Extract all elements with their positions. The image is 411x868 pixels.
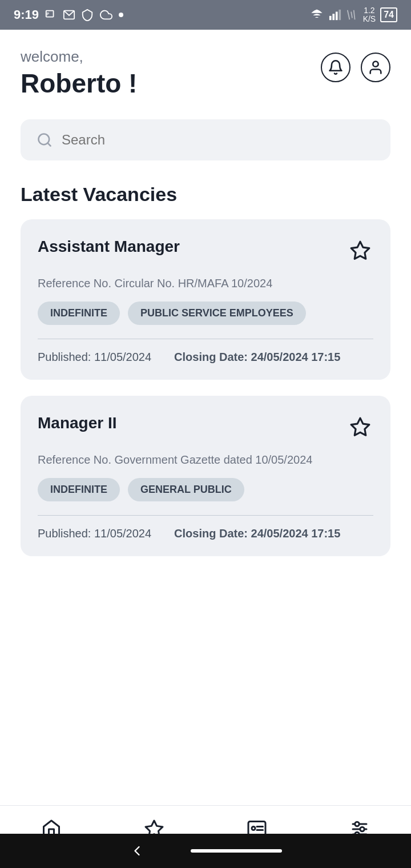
user-name: Roberto ! xyxy=(21,68,137,99)
time-display: 9:19 xyxy=(14,7,39,22)
main-content: welcome, Roberto ! Late xyxy=(0,30,411,641)
status-bar-left: 9:19 P xyxy=(14,7,123,22)
vacancy-reference: Reference No. Government Gazette dated 1… xyxy=(38,453,373,467)
published-date: Published: 11/05/2024 xyxy=(38,351,151,364)
wifi-icon xyxy=(309,9,324,21)
mail-icon xyxy=(63,9,75,21)
vacancy-title: Manager II xyxy=(38,414,347,432)
network-icon xyxy=(346,9,358,21)
vacancy-header: Assistant Manager xyxy=(38,238,373,266)
star-icon xyxy=(349,416,371,438)
dot-icon xyxy=(119,13,123,17)
profile-button[interactable] xyxy=(361,53,390,82)
svg-point-20 xyxy=(355,822,360,826)
svg-point-21 xyxy=(360,827,365,831)
vacancy-header: Manager II xyxy=(38,414,373,442)
svg-marker-11 xyxy=(351,418,369,435)
status-bar-right: 1.2K/S 74 xyxy=(309,6,397,24)
speed-indicator: 1.2K/S xyxy=(363,6,376,24)
svg-text:P: P xyxy=(47,12,50,16)
tag-indefinite: INDEFINITE xyxy=(38,478,120,501)
vacancy-dates: Published: 11/05/2024 Closing Date: 24/0… xyxy=(38,351,373,364)
welcome-text: welcome, xyxy=(21,48,137,66)
tag-employee-type: PUBLIC SERVICE EMPLOYEES xyxy=(128,302,306,325)
svg-rect-6 xyxy=(339,10,341,20)
star-icon xyxy=(349,240,371,262)
closing-date: Closing Date: 24/05/2024 17:15 xyxy=(174,351,340,364)
cloud-icon xyxy=(99,9,113,21)
tag-indefinite: INDEFINITE xyxy=(38,302,120,325)
vacancy-card[interactable]: Manager II Reference No. Government Gaze… xyxy=(21,396,390,556)
header-icons xyxy=(321,48,390,82)
vacancy-tags: INDEFINITE PUBLIC SERVICE EMPLOYEES xyxy=(38,302,373,325)
search-icon xyxy=(37,132,53,148)
search-container[interactable] xyxy=(21,119,390,160)
battery-indicator: 74 xyxy=(380,7,397,22)
svg-line-9 xyxy=(47,143,50,146)
bookmark-button[interactable] xyxy=(347,414,373,442)
signal-icon xyxy=(329,9,341,21)
svg-rect-4 xyxy=(332,14,335,20)
latest-vacancies-title: Latest Vacancies xyxy=(21,183,390,206)
pb-icon: P xyxy=(45,9,57,21)
gesture-bar xyxy=(0,834,411,868)
svg-marker-10 xyxy=(351,242,369,259)
vacancy-divider xyxy=(38,515,373,516)
vacancy-dates: Published: 11/05/2024 Closing Date: 24/0… xyxy=(38,527,373,540)
closing-date: Closing Date: 24/05/2024 17:15 xyxy=(174,527,340,540)
search-input[interactable] xyxy=(62,132,374,148)
header-greeting: welcome, Roberto ! xyxy=(21,48,137,99)
back-gesture[interactable] xyxy=(129,843,145,859)
person-icon xyxy=(368,59,384,75)
svg-rect-3 xyxy=(329,16,332,20)
home-gesture-bar[interactable] xyxy=(191,849,282,853)
notification-button[interactable] xyxy=(321,53,350,82)
svg-point-7 xyxy=(373,62,378,67)
back-icon xyxy=(129,843,145,859)
shield-icon xyxy=(81,9,94,21)
published-date: Published: 11/05/2024 xyxy=(38,527,151,540)
vacancy-tags: INDEFINITE GENERAL PUBLIC xyxy=(38,478,373,501)
tag-employee-type: GENERAL PUBLIC xyxy=(128,478,244,501)
header: welcome, Roberto ! xyxy=(21,48,390,99)
vacancy-divider xyxy=(38,339,373,339)
svg-point-14 xyxy=(252,827,255,830)
status-bar: 9:19 P 1.2K/S 74 xyxy=(0,0,411,30)
bell-icon xyxy=(328,59,344,75)
vacancy-card[interactable]: Assistant Manager Reference No. Circular… xyxy=(21,219,390,380)
bookmark-button[interactable] xyxy=(347,238,373,266)
vacancy-title: Assistant Manager xyxy=(38,238,347,256)
svg-rect-5 xyxy=(336,12,338,21)
vacancy-reference: Reference No. Circular No. HR/MAFA 10/20… xyxy=(38,277,373,290)
